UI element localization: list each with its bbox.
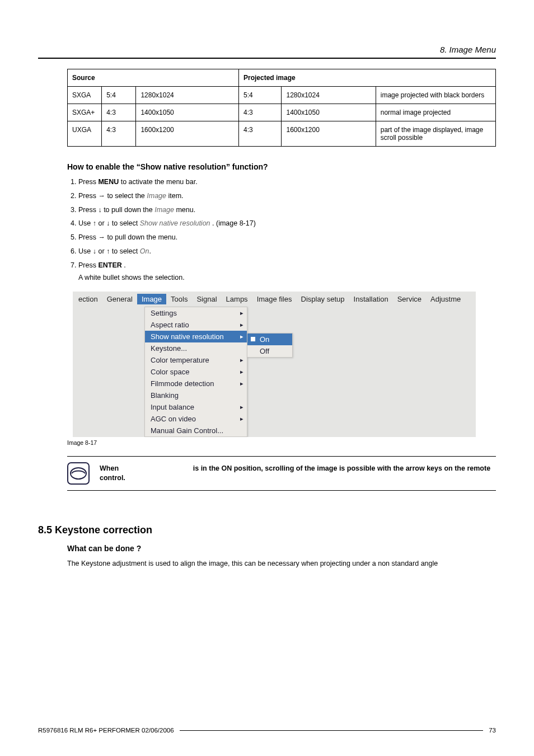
submenu-item: Color space▸	[145, 366, 247, 378]
label: AGC on video	[151, 415, 196, 423]
chevron-right-icon: ▸	[240, 415, 243, 422]
page-footer: R5976816 RLM R6+ PERFORMER 02/06/2006 73	[38, 727, 496, 734]
submenu-item: AGC on video▸	[145, 413, 247, 425]
label: Input balance	[151, 403, 194, 411]
menubar-item-active: Image	[137, 294, 166, 304]
submenu-item: Aspect ratio▸	[145, 319, 247, 331]
cell: UXGA	[68, 121, 102, 147]
menubar: ection General Image Tools Signal Lamps …	[73, 292, 476, 307]
resolution-table: Source Projected image SXGA 5:4 1280x102…	[67, 69, 496, 147]
note-post: is in the ON position, scrolling of the …	[100, 464, 490, 482]
submenu-item: Keystone...	[145, 342, 247, 354]
menubar-item: Lamps	[222, 294, 252, 304]
cell: image projected with black borders	[376, 87, 495, 104]
label: Show native resolution	[151, 332, 224, 341]
submenu-item: Color temperature▸	[145, 354, 247, 366]
after-steps-note: A white bullet shows the selection.	[78, 274, 496, 281]
chevron-right-icon: ▸	[240, 321, 243, 328]
bullet-icon	[251, 337, 255, 341]
chevron-right-icon: ▸	[240, 333, 243, 340]
howto-heading: How to enable the “Show native resolutio…	[67, 162, 496, 171]
post: . (image 8-17)	[210, 219, 256, 227]
th-source: Source	[68, 69, 239, 87]
menubar-item: Adjustme	[426, 294, 465, 304]
label: Settings	[151, 309, 177, 317]
step: Use ↑ or ↓ to select Show native resolut…	[78, 218, 496, 229]
cell: 1400x1050	[136, 104, 239, 121]
menubar-item: Installation	[349, 294, 393, 304]
table-row: UXGA 4:3 1600x1200 4:3 1600x1200 part of…	[68, 121, 496, 147]
menubar-item: Signal	[192, 294, 221, 304]
pre: Press	[78, 178, 98, 186]
svg-point-1	[71, 468, 86, 479]
table-row: SXGA 5:4 1280x1024 5:4 1280x1024 image p…	[68, 87, 496, 104]
cell: 1280x1024	[282, 87, 376, 104]
pre: Press → to select the	[78, 192, 147, 200]
cell: 4:3	[238, 121, 282, 147]
ital: Show native resolution	[140, 219, 210, 227]
cell: SXGA	[68, 87, 102, 104]
section-8-5-body: The Keystone adjustment is used to align…	[67, 558, 496, 569]
image-caption: Image 8-17	[67, 439, 496, 446]
label: Blanking	[151, 391, 179, 400]
chevron-right-icon: ▸	[240, 380, 243, 387]
section-8-5-sub: What can be done ?	[67, 544, 496, 553]
post: .	[122, 261, 126, 269]
cell: 5:4	[238, 87, 282, 104]
cell: 5:4	[102, 87, 136, 104]
note-pre: When	[100, 464, 121, 472]
menubar-item: Tools	[166, 294, 192, 304]
bold: ENTER	[98, 261, 121, 269]
submenu-item-selected: Show native resolution▸	[145, 331, 247, 342]
pre: Press	[78, 261, 98, 269]
label: Keystone...	[151, 344, 187, 353]
menubar-item: Image files	[252, 294, 297, 304]
chevron-right-icon: ▸	[240, 356, 243, 364]
flyout-menu: On Off	[247, 333, 293, 358]
cell: normal image projected	[376, 104, 495, 121]
label: Color space	[151, 368, 189, 376]
step: Press ENTER .	[78, 260, 496, 271]
note-text: When Show native resolution is in the ON…	[100, 464, 496, 483]
post: to activate the menu bar.	[119, 178, 197, 186]
menubar-item: General	[102, 294, 137, 304]
flyout-item-selected: On	[247, 334, 292, 345]
steps-list: Press MENU to activate the menu bar. Pre…	[67, 177, 496, 270]
post: item.	[166, 192, 184, 200]
submenu-item: Blanking	[145, 389, 247, 401]
pre: Press → to pull down the menu.	[78, 233, 177, 241]
label: On	[260, 335, 269, 344]
label: Off	[260, 347, 269, 355]
submenu-item: Filmmode detection▸	[145, 378, 247, 389]
post: menu.	[174, 206, 195, 214]
image-submenu: Settings▸ Aspect ratio▸ Show native reso…	[144, 307, 247, 437]
post: .	[149, 247, 151, 255]
label: Manual Gain Control...	[151, 426, 223, 435]
menu-screenshot: ection General Image Tools Signal Lamps …	[73, 292, 476, 437]
bold: MENU	[98, 178, 119, 186]
note-callout: When Show native resolution is in the ON…	[67, 456, 496, 491]
cell: 1600x1200	[136, 121, 239, 147]
submenu-item: Manual Gain Control...	[145, 425, 247, 436]
step: Press MENU to activate the menu bar.	[78, 177, 496, 187]
flyout-item: Off	[247, 345, 292, 357]
pre: Use ↓ or ↑ to select	[78, 247, 140, 255]
label: Filmmode detection	[151, 379, 214, 388]
footer-page-number: 73	[489, 727, 496, 734]
step: Use ↓ or ↑ to select On.	[78, 246, 496, 257]
footer-left: R5976816 RLM R6+ PERFORMER 02/06/2006	[38, 727, 174, 734]
chapter-header: 8. Image Menu	[38, 45, 496, 54]
ital: On	[140, 247, 149, 255]
label: Color temperature	[151, 356, 209, 364]
chevron-right-icon: ▸	[240, 368, 243, 375]
cell: SXGA+	[68, 104, 102, 121]
menubar-item: ection	[74, 294, 102, 304]
pre: Use ↑ or ↓ to select	[78, 219, 140, 227]
step: Press → to pull down the menu.	[78, 232, 496, 243]
header-rule	[38, 58, 496, 59]
cell: 4:3	[102, 121, 136, 147]
submenu-item: Input balance▸	[145, 401, 247, 413]
submenu-item: Settings▸	[145, 307, 247, 319]
cell: 1400x1050	[282, 104, 376, 121]
cell: 1280x1024	[136, 87, 239, 104]
